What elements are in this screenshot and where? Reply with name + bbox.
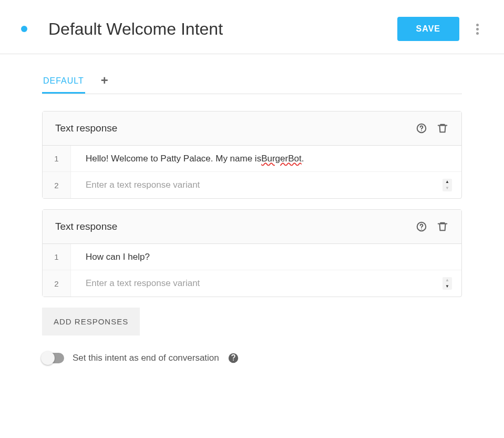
tabs: DEFAULT + <box>42 70 462 94</box>
stepper-down-icon[interactable]: ▼ <box>443 185 452 191</box>
response-card: Text response 1 How can I help? 2 Enter … <box>42 209 462 297</box>
end-of-conversation-row: Set this intent as end of conversation <box>42 352 462 364</box>
response-row[interactable]: 2 Enter a text response variant ▲ ▼ <box>43 172 461 198</box>
end-conversation-label: Set this intent as end of conversation <box>73 353 219 363</box>
more-options-button[interactable] <box>472 19 483 39</box>
tab-default[interactable]: DEFAULT <box>42 70 85 94</box>
delete-icon[interactable] <box>436 220 449 233</box>
page-title: Default Welcome Intent <box>48 19 397 39</box>
row-number: 1 <box>43 244 71 270</box>
help-icon[interactable] <box>415 122 428 135</box>
response-placeholder[interactable]: Enter a text response variant <box>71 271 443 296</box>
row-stepper[interactable]: ▲ ▼ <box>443 179 452 191</box>
row-stepper[interactable]: ▲ ▼ <box>443 277 452 290</box>
status-dot-icon <box>21 26 27 32</box>
card-title: Text response <box>55 221 407 232</box>
response-text[interactable]: Hello! Welcome to Patty Palace. My name … <box>71 146 461 171</box>
response-placeholder[interactable]: Enter a text response variant <box>71 172 443 198</box>
response-row[interactable]: 1 Hello! Welcome to Patty Palace. My nam… <box>43 146 461 172</box>
help-icon[interactable] <box>228 352 239 364</box>
svg-point-3 <box>421 229 422 230</box>
add-responses-button[interactable]: ADD RESPONSES <box>42 308 140 335</box>
response-card: Text response 1 Hello! Welcome to Patty … <box>42 111 462 199</box>
stepper-up-icon[interactable]: ▲ <box>443 179 452 185</box>
delete-icon[interactable] <box>436 122 449 135</box>
row-number: 2 <box>43 172 71 198</box>
end-conversation-toggle[interactable] <box>42 353 64 363</box>
row-number: 1 <box>43 146 71 171</box>
help-icon[interactable] <box>415 220 428 233</box>
response-row[interactable]: 2 Enter a text response variant ▲ ▼ <box>43 270 461 297</box>
save-button[interactable]: SAVE <box>397 17 459 41</box>
response-text[interactable]: How can I help? <box>71 245 461 270</box>
stepper-down-icon[interactable]: ▼ <box>443 283 452 290</box>
stepper-up-icon[interactable]: ▲ <box>443 277 452 283</box>
add-tab-button[interactable]: + <box>101 73 108 91</box>
response-row[interactable]: 1 How can I help? <box>43 244 461 270</box>
card-title: Text response <box>55 123 407 134</box>
svg-point-1 <box>421 130 422 131</box>
row-number: 2 <box>43 270 71 297</box>
